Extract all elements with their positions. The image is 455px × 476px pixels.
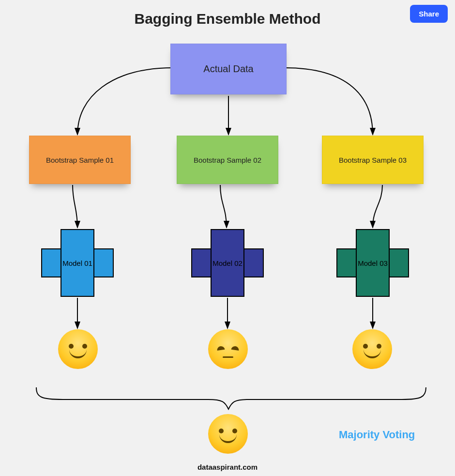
sample-node-3-label: Bootstrap Sample 03 <box>339 156 407 164</box>
output-icon-1 <box>58 329 98 369</box>
model-node-1-label: Model 01 <box>62 259 92 267</box>
model-node-2-label: Model 02 <box>212 259 243 267</box>
sample-node-2: Bootstrap Sample 02 <box>177 136 278 184</box>
output-icon-2 <box>208 329 248 369</box>
share-button[interactable]: Share <box>410 5 448 23</box>
model-node-2: Model 02 <box>191 227 264 299</box>
aggregate-label: Majority Voting <box>339 429 415 441</box>
model-node-3-label: Model 03 <box>358 259 388 267</box>
diagram-title: Bagging Ensemble Method <box>0 0 455 27</box>
model-node-1: Model 01 <box>41 227 114 299</box>
sample-node-2-label: Bootstrap Sample 02 <box>194 156 261 164</box>
root-node: Actual Data <box>170 44 287 94</box>
aggregate-output-icon <box>208 414 248 454</box>
sample-node-1-label: Bootstrap Sample 01 <box>46 156 114 164</box>
model-node-3: Model 03 <box>336 227 409 299</box>
output-icon-3 <box>352 329 392 369</box>
root-node-label: Actual Data <box>203 63 253 75</box>
sample-node-1: Bootstrap Sample 01 <box>29 136 131 184</box>
credit-label: dataaspirant.com <box>197 463 258 471</box>
sample-node-3: Bootstrap Sample 03 <box>322 136 424 184</box>
